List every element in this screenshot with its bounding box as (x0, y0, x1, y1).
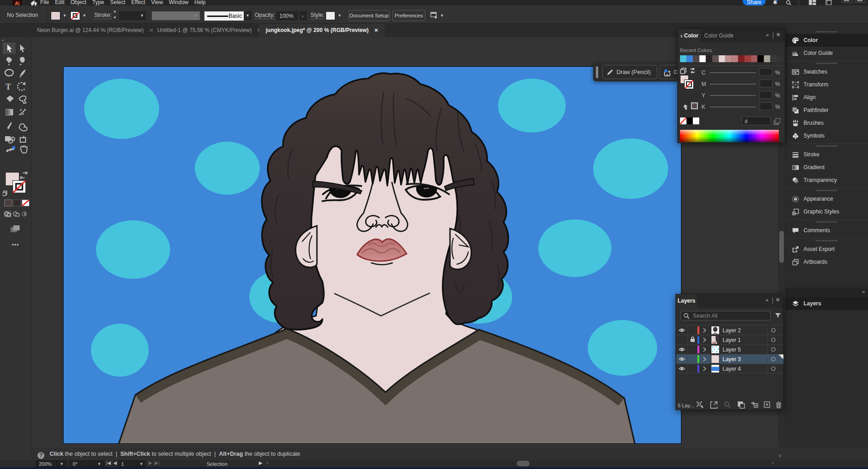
svg-text:Layer 1: Layer 1 (723, 337, 741, 343)
svg-text:Layer 3: Layer 3 (723, 356, 741, 362)
svg-text:Layer 2: Layer 2 (723, 327, 741, 334)
svg-text:Layer 4: Layer 4 (723, 366, 741, 372)
svg-text:Layer 5: Layer 5 (723, 346, 741, 353)
svg-text:T: T (5, 82, 11, 91)
